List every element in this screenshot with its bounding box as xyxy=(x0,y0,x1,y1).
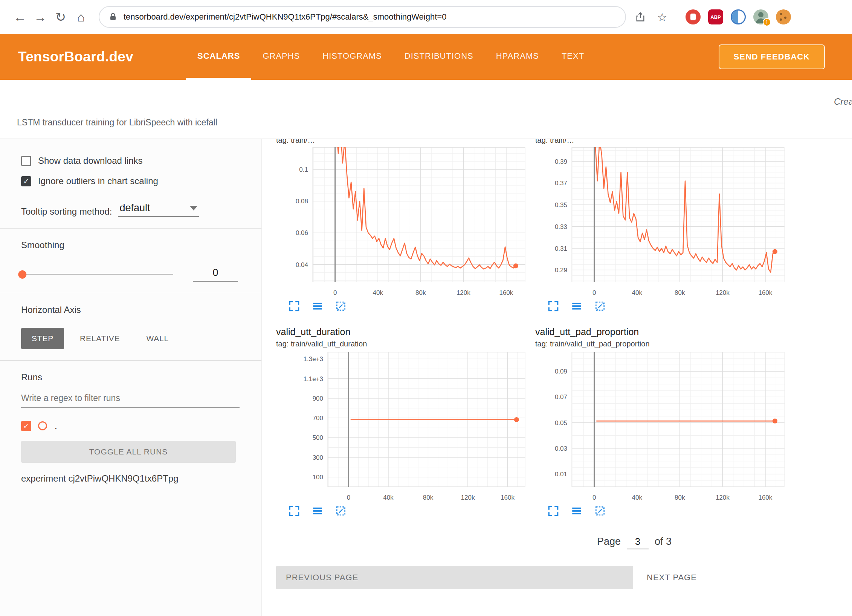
run-row[interactable]: ✓ . xyxy=(21,421,240,431)
run-color-swatch-icon xyxy=(38,421,47,430)
checkbox-checked-icon[interactable]: ✓ xyxy=(21,176,31,186)
svg-text:0: 0 xyxy=(592,494,596,501)
scalar-line-chart[interactable]: 040k80k120k160k0.040.060.080.1 xyxy=(276,147,525,299)
svg-text:1.3e+3: 1.3e+3 xyxy=(304,355,323,363)
created-text-partial: Crea xyxy=(834,96,852,107)
forward-icon[interactable]: → xyxy=(30,7,50,27)
svg-text:900: 900 xyxy=(313,395,323,402)
app-header: TensorBoard.dev SCALARS GRAPHS HISTOGRAM… xyxy=(0,34,852,80)
page-label: Page xyxy=(597,536,621,547)
svg-text:80k: 80k xyxy=(423,494,434,501)
tab-graphs[interactable]: GRAPHS xyxy=(251,34,311,80)
chart-title: valid_utt_duration xyxy=(276,326,525,337)
toggle-all-runs-button[interactable]: TOGGLE ALL RUNS xyxy=(21,441,236,463)
tab-distributions[interactable]: DISTRIBUTIONS xyxy=(393,34,485,80)
svg-text:80k: 80k xyxy=(415,289,426,296)
checkbox-unchecked-icon[interactable] xyxy=(21,156,31,166)
svg-text:80k: 80k xyxy=(675,494,685,501)
expand-chart-icon[interactable] xyxy=(547,505,559,517)
svg-text:120k: 120k xyxy=(716,289,730,296)
ignore-outliers-row[interactable]: ✓ Ignore outliers in chart scaling xyxy=(21,176,240,186)
svg-text:40k: 40k xyxy=(632,289,642,296)
tab-histograms[interactable]: HISTOGRAMS xyxy=(311,34,393,80)
page-number-input[interactable] xyxy=(627,536,649,549)
next-page-button[interactable]: NEXT PAGE xyxy=(647,573,697,582)
chart-toolbar xyxy=(276,505,525,517)
clipped-chart-header: tag: train/… xyxy=(276,139,525,145)
send-feedback-button[interactable]: SEND FEEDBACK xyxy=(719,44,825,69)
previous-page-button[interactable]: PREVIOUS PAGE xyxy=(276,566,633,589)
chart-toolbar xyxy=(276,300,525,312)
adblock-extension-icon[interactable] xyxy=(686,9,701,24)
expand-chart-icon[interactable] xyxy=(288,300,300,312)
toggle-y-axis-icon[interactable] xyxy=(311,505,324,517)
svg-text:160k: 160k xyxy=(758,289,772,296)
svg-text:160k: 160k xyxy=(758,494,772,501)
back-icon[interactable]: ← xyxy=(10,7,30,27)
svg-text:80k: 80k xyxy=(675,289,685,296)
tooltip-sorting-select[interactable]: default xyxy=(118,201,199,217)
svg-text:120k: 120k xyxy=(461,494,475,501)
abp-extension-icon[interactable]: ABP xyxy=(708,9,723,24)
axis-step-button[interactable]: STEP xyxy=(21,328,64,349)
fit-domain-icon[interactable] xyxy=(594,505,606,517)
chart-tag: tag: train/valid_utt_duration xyxy=(276,340,525,348)
expand-chart-icon[interactable] xyxy=(288,505,300,517)
share-icon[interactable] xyxy=(631,8,649,26)
scalar-line-chart[interactable]: 040k80k120k160k1003005007009001.1e+31.3e… xyxy=(276,352,525,503)
axis-wall-button[interactable]: WALL xyxy=(136,328,179,349)
extensions-area: ABP 1 xyxy=(686,9,791,24)
tooltip-sorting-label: Tooltip sorting method: xyxy=(21,206,112,217)
svg-text:40k: 40k xyxy=(383,494,394,501)
scalar-line-chart[interactable]: 040k80k120k160k0.010.030.050.070.09 xyxy=(535,352,785,503)
bookmark-star-icon[interactable]: ☆ xyxy=(653,8,671,26)
app-logo: TensorBoard.dev xyxy=(18,49,133,65)
svg-text:1.1e+3: 1.1e+3 xyxy=(304,375,323,383)
chart-tag: tag: train/… xyxy=(535,139,574,145)
toggle-y-axis-icon[interactable] xyxy=(311,300,324,312)
tab-hparams[interactable]: HPARAMS xyxy=(485,34,550,80)
show-download-links-row[interactable]: Show data download links xyxy=(21,156,240,166)
toggle-y-axis-icon[interactable] xyxy=(571,300,583,312)
expand-chart-icon[interactable] xyxy=(547,300,559,312)
svg-text:0: 0 xyxy=(347,494,350,501)
experiment-subheader: Crea LSTM transducer training for LibriS… xyxy=(0,80,852,139)
run-checkbox-checked-icon[interactable]: ✓ xyxy=(21,421,31,431)
svg-text:0.09: 0.09 xyxy=(555,368,567,375)
svg-text:120k: 120k xyxy=(457,289,470,296)
svg-text:0.39: 0.39 xyxy=(555,158,567,165)
clipped-chart-header: tag: train/… xyxy=(535,139,785,145)
smoothing-slider-thumb[interactable] xyxy=(18,270,26,279)
blue-extension-icon[interactable] xyxy=(731,9,746,24)
scalar-line-chart[interactable]: 040k80k120k160k0.290.310.330.350.370.39 xyxy=(535,147,785,299)
svg-text:0.07: 0.07 xyxy=(555,393,567,401)
divider xyxy=(0,293,261,293)
chart-card: valid_utt_pad_proportion tag: train/vali… xyxy=(535,326,785,517)
toggle-y-axis-icon[interactable] xyxy=(571,505,583,517)
svg-text:0.37: 0.37 xyxy=(555,180,567,187)
url-text[interactable]: tensorboard.dev/experiment/cj2vtPiwQHKN9… xyxy=(124,12,446,22)
chart-toolbar xyxy=(535,300,785,312)
runs-filter-input[interactable] xyxy=(21,389,240,408)
fit-domain-icon[interactable] xyxy=(335,505,347,517)
runs-label: Runs xyxy=(21,372,240,383)
axis-relative-button[interactable]: RELATIVE xyxy=(69,328,130,349)
svg-text:0.06: 0.06 xyxy=(296,229,308,236)
home-icon[interactable]: ⌂ xyxy=(71,7,91,27)
svg-text:700: 700 xyxy=(313,415,323,422)
chart-tag: tag: train/valid_utt_pad_proportion xyxy=(535,340,785,348)
fit-domain-icon[interactable] xyxy=(594,300,606,312)
smoothing-slider[interactable] xyxy=(21,274,173,275)
reload-icon[interactable]: ↻ xyxy=(50,7,71,27)
tab-scalars[interactable]: SCALARS xyxy=(186,34,251,80)
url-bar[interactable]: tensorboard.dev/experiment/cj2vtPiwQHKN9… xyxy=(99,6,626,28)
cookie-extension-icon[interactable] xyxy=(776,9,791,24)
svg-text:40k: 40k xyxy=(373,289,383,296)
svg-text:0.1: 0.1 xyxy=(299,166,308,173)
svg-text:0: 0 xyxy=(333,289,337,296)
browser-chrome: ← → ↻ ⌂ tensorboard.dev/experiment/cj2vt… xyxy=(0,0,852,34)
tab-text[interactable]: TEXT xyxy=(550,34,595,80)
profile-avatar[interactable]: 1 xyxy=(753,9,768,24)
fit-domain-icon[interactable] xyxy=(335,300,347,312)
smoothing-value-field[interactable]: 0 xyxy=(193,267,238,282)
